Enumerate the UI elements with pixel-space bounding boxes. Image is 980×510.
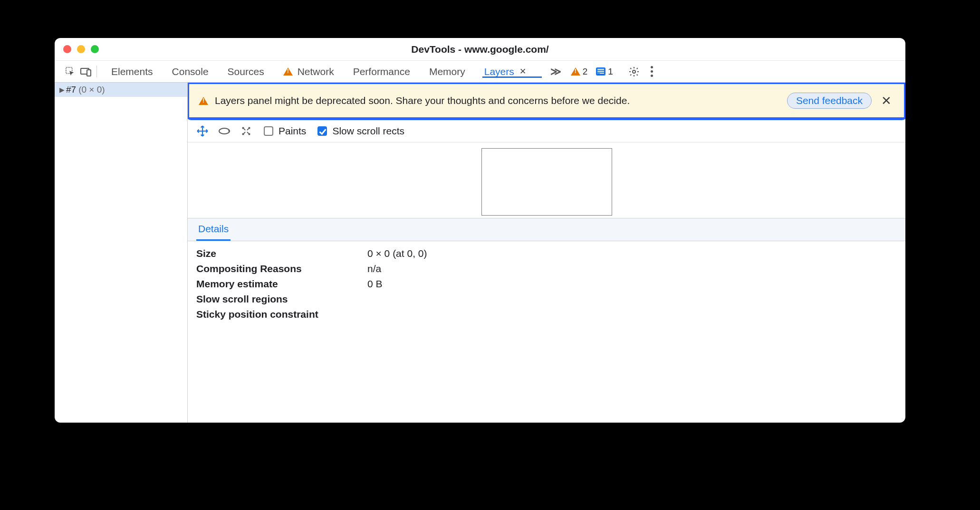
tab-label: Memory	[429, 66, 465, 77]
banner-message: Layers panel might be deprecated soon. S…	[215, 95, 780, 106]
warning-triangle-icon	[199, 97, 208, 105]
send-feedback-button[interactable]: Send feedback	[787, 93, 872, 109]
details-row-size: Size 0 × 0 (at 0, 0)	[196, 246, 897, 261]
layer-outline-rect[interactable]	[481, 148, 612, 216]
details-label: Slow scroll regions	[196, 293, 367, 305]
tab-label: Sources	[228, 66, 264, 77]
device-toolbar-icon[interactable]	[80, 66, 92, 77]
settings-button[interactable]	[628, 66, 640, 77]
layer-tree-item[interactable]: ▶ #7 (0 × 0)	[55, 83, 187, 97]
details-label: Size	[196, 248, 367, 259]
tabs-overflow-button[interactable]: ≫	[550, 66, 561, 78]
details-row-memory: Memory estimate 0 B	[196, 276, 897, 292]
tab-label: Layers	[484, 66, 514, 77]
svg-rect-2	[87, 70, 91, 76]
window-close-button[interactable]	[63, 45, 71, 53]
details-row-sticky: Sticky position constraint	[196, 307, 897, 322]
reset-view-icon[interactable]	[240, 125, 252, 137]
window-zoom-button[interactable]	[91, 45, 99, 53]
panel-tabs: Elements Console Sources Network Perform…	[110, 66, 561, 78]
titlebar: DevTools - www.google.com/	[55, 38, 905, 61]
traffic-lights	[63, 38, 99, 60]
rotate-mode-icon[interactable]	[218, 125, 231, 137]
layer-id: #7	[66, 85, 76, 95]
details-label: Compositing Reasons	[196, 263, 367, 274]
messages-counter[interactable]: 1	[596, 66, 613, 77]
tab-network[interactable]: Network	[282, 66, 335, 77]
details-table: Size 0 × 0 (at 0, 0) Compositing Reasons…	[188, 241, 905, 327]
tab-elements[interactable]: Elements	[110, 66, 154, 77]
details-tabstrip: Details	[188, 218, 905, 241]
warning-triangle-icon	[283, 67, 293, 76]
tab-label: Elements	[111, 66, 153, 77]
svg-point-3	[633, 70, 635, 73]
layers-tree-panel: ▶ #7 (0 × 0)	[55, 83, 188, 423]
details-value: n/a	[367, 263, 381, 274]
details-label: Memory estimate	[196, 278, 367, 290]
tab-performance[interactable]: Performance	[352, 66, 411, 77]
message-icon	[596, 67, 605, 76]
main-tabstrip: Elements Console Sources Network Perform…	[55, 61, 905, 83]
warning-triangle-icon	[571, 67, 580, 76]
tab-close-icon[interactable]: ✕	[518, 66, 528, 76]
layers-main-panel: Layers panel might be deprecated soon. S…	[188, 83, 905, 423]
pan-mode-icon[interactable]	[196, 125, 209, 137]
layers-3d-viewport[interactable]	[188, 142, 905, 218]
slow-scroll-label: Slow scroll rects	[332, 125, 404, 137]
panel-body: ▶ #7 (0 × 0) Layers panel might be depre…	[55, 83, 905, 423]
details-row-slow-scroll: Slow scroll regions	[196, 292, 897, 307]
tab-console[interactable]: Console	[171, 66, 210, 77]
tab-memory[interactable]: Memory	[428, 66, 466, 77]
messages-count: 1	[608, 66, 613, 77]
paints-toggle[interactable]: Paints	[262, 125, 306, 137]
deprecation-banner: Layers panel might be deprecated soon. S…	[189, 84, 904, 117]
window-title: DevTools - www.google.com/	[411, 44, 548, 55]
tree-expand-caret-icon[interactable]: ▶	[59, 86, 65, 94]
tab-label: Console	[172, 66, 209, 77]
tab-label: Performance	[353, 66, 410, 77]
slow-scroll-rects-toggle[interactable]: Slow scroll rects	[316, 125, 404, 137]
deprecation-banner-highlight: Layers panel might be deprecated soon. S…	[188, 83, 905, 120]
details-value: 0 B	[367, 278, 383, 290]
details-row-compositing: Compositing Reasons n/a	[196, 261, 897, 276]
viewer-toolbar: Paints Slow scroll rects	[188, 120, 905, 142]
svg-point-4	[219, 128, 230, 134]
paints-checkbox[interactable]	[264, 126, 273, 136]
details-label: Sticky position constraint	[196, 309, 367, 320]
tab-sources[interactable]: Sources	[227, 66, 265, 77]
issues-count: 2	[583, 66, 588, 77]
details-tab[interactable]: Details	[196, 218, 231, 241]
window-minimize-button[interactable]	[77, 45, 85, 53]
tab-label: Network	[298, 66, 334, 77]
devtools-window: DevTools - www.google.com/	[55, 38, 905, 423]
slow-scroll-checkbox[interactable]	[317, 126, 327, 136]
details-value: 0 × 0 (at 0, 0)	[367, 248, 427, 259]
issues-counter[interactable]: 2	[571, 66, 588, 77]
paints-label: Paints	[279, 125, 306, 137]
tab-layers[interactable]: Layers ✕	[483, 66, 528, 77]
inspect-element-icon[interactable]	[64, 66, 76, 77]
layer-dimensions: (0 × 0)	[78, 85, 105, 95]
more-options-button[interactable]	[649, 64, 655, 79]
banner-close-icon[interactable]: ✕	[878, 94, 894, 108]
